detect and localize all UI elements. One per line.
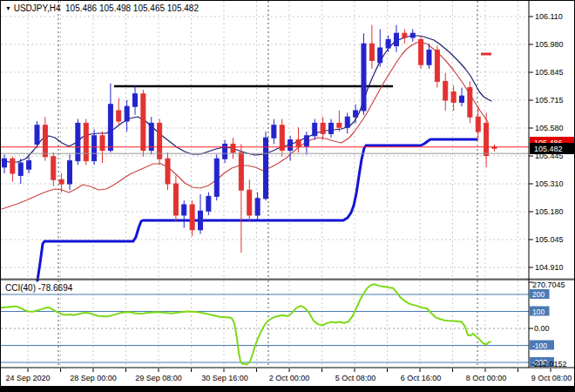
candle-bear: [337, 123, 342, 127]
candle-bull: [427, 50, 431, 64]
candle-bull: [345, 117, 349, 127]
chart-title: ▼ USDJPY,H4 105.486 105.498 105.465 105.…: [5, 3, 199, 13]
indicator-axis[interactable]: [530, 280, 575, 368]
candle-bull: [182, 205, 186, 215]
symbol-period-label: USDJPY,H4: [14, 3, 61, 13]
candle-bull: [354, 111, 358, 117]
candle-bull: [255, 199, 260, 215]
candle-bull: [386, 39, 390, 48]
candle-bull: [35, 125, 39, 145]
candle-bull: [460, 96, 464, 102]
ohlc-values: 105.486 105.498 105.465 105.482: [65, 3, 199, 13]
candle-bull: [395, 33, 399, 45]
candle-bear: [419, 39, 423, 64]
candle-bear: [296, 140, 301, 146]
candle-bull: [92, 136, 97, 161]
candle-bull: [329, 123, 334, 133]
candle-bull: [214, 159, 219, 196]
chart-background: [0, 0, 575, 392]
candle-bear: [173, 184, 178, 215]
price-axis[interactable]: [530, 0, 575, 280]
candle-bear: [84, 123, 88, 160]
candle-bear: [43, 125, 47, 157]
candle-bear: [117, 111, 121, 121]
indicator-label: CCI(40) -78.6694: [5, 283, 72, 293]
candle-bull: [313, 123, 317, 135]
candle-bull: [288, 140, 293, 151]
time-axis[interactable]: [0, 368, 575, 386]
candle-bull: [362, 44, 366, 111]
candle-bull: [68, 161, 72, 184]
candle-bear: [321, 123, 325, 133]
candle-bear: [443, 81, 448, 100]
candle-bear: [141, 94, 145, 151]
candle-bull: [199, 211, 203, 230]
chart-window: 106.110105.980105.845105.715105.580105.4…: [0, 0, 575, 392]
candle-bear: [435, 50, 439, 81]
candle-bull: [149, 123, 153, 150]
candle-bear: [59, 179, 64, 184]
candle-bear: [247, 190, 252, 215]
candle-bear: [10, 159, 15, 173]
candle-bull: [223, 144, 227, 159]
candle-bull: [108, 105, 112, 151]
candle-bear: [476, 117, 480, 132]
candle-bear: [239, 152, 243, 190]
candle-bear: [369, 44, 374, 60]
candle-bull: [410, 33, 415, 37]
candle-bear: [451, 91, 456, 102]
candle-bull: [304, 136, 308, 146]
candle-bear: [468, 88, 472, 118]
candle-bear: [190, 205, 194, 230]
candle-bear: [51, 157, 56, 179]
candle-bull: [206, 196, 211, 211]
candle-bear: [402, 33, 407, 37]
candle-bull: [272, 125, 276, 138]
candle-bull: [27, 161, 31, 170]
candle-bull: [125, 106, 129, 121]
chart-canvas[interactable]: 106.110105.980105.845105.715105.580105.4…: [0, 0, 575, 392]
candle-bear: [100, 136, 105, 151]
candle-bull: [378, 48, 382, 63]
candle-bull: [76, 123, 80, 160]
candle-bull: [133, 94, 138, 106]
bottom-strip: [0, 386, 575, 392]
candle-bull: [18, 163, 23, 175]
dropdown-icon[interactable]: ▼: [5, 5, 11, 11]
candle-bear: [484, 123, 489, 155]
candle-bear: [231, 144, 235, 152]
candle-bear: [166, 159, 170, 184]
candle-bull: [3, 159, 7, 167]
